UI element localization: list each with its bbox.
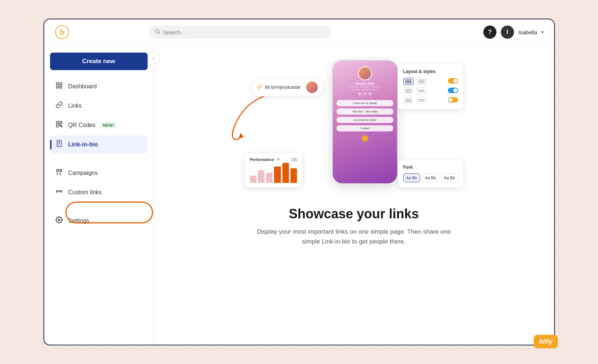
campaigns-icon (55, 168, 63, 177)
nav-divider-2 (50, 206, 148, 207)
search-icon (155, 28, 160, 36)
sidebar-item-label: Custom links (68, 189, 102, 196)
help-button[interactable]: ? (483, 26, 496, 39)
phone-bitly-logo (362, 135, 368, 142)
svg-rect-4 (56, 86, 58, 88)
bitly-corner-logo: bitly (534, 335, 557, 348)
layout-styles-panel: Layout & styles (398, 64, 464, 110)
font-panel-title: Font (403, 165, 458, 170)
user-name-label: Isabella (518, 29, 537, 35)
font-opt-2[interactable]: Aa Bb (422, 173, 439, 182)
performance-card: Performance 👁 22k (244, 153, 303, 188)
layout-opt-3a[interactable] (403, 97, 414, 104)
layout-opt-2a[interactable] (403, 87, 414, 95)
user-avatar: I (501, 26, 514, 39)
svg-rect-10 (60, 125, 61, 126)
bitly-logo[interactable]: b (54, 24, 70, 40)
sidebar-item-qr-codes[interactable]: QR Codes NEW! (50, 116, 148, 134)
sidebar-item-label: Link-in-bio (68, 141, 98, 148)
svg-rect-9 (61, 126, 62, 127)
svg-rect-6 (56, 122, 58, 124)
sidebar-item-dashboard[interactable]: Dashboard (50, 77, 148, 95)
bar-2 (258, 170, 264, 183)
layout-rows (403, 78, 458, 104)
settings-icon (55, 216, 63, 225)
sidebar-collapse-button[interactable]: ‹ (148, 52, 160, 64)
phone-avatar (358, 66, 372, 80)
perf-title: Performance (250, 157, 274, 162)
bar-5 (282, 163, 289, 183)
link-in-bio-icon (55, 140, 63, 149)
toggle-3[interactable] (448, 97, 458, 103)
layout-row-2 (403, 87, 458, 95)
url-pill[interactable]: bit.ly/m/jessicastar (252, 78, 323, 96)
svg-rect-2 (56, 83, 58, 85)
sidebar-item-label: QR Codes (68, 122, 96, 129)
phone-link-btn-shows[interactable]: Live shows & tickets (336, 117, 393, 123)
svg-rect-8 (56, 125, 58, 127)
layout-opt-1a[interactable] (403, 78, 414, 85)
bar-4 (274, 166, 281, 183)
toggle-1[interactable] (448, 78, 458, 84)
sidebar-item-link-in-bio[interactable]: Link-in-bio (50, 135, 148, 153)
main-layout: ‹ Create new Dashboard (44, 45, 554, 345)
showcase-description: Display your most important links on one… (252, 227, 456, 246)
layout-opt-1b[interactable] (416, 78, 427, 85)
header-right: ? I Isabella ▾ (483, 26, 544, 39)
phone-name: Jessica Star (336, 82, 393, 85)
content-area: bit.ly/m/jessicastar Jessica Star Influe… (154, 45, 554, 345)
bars-container (250, 165, 297, 183)
search-bar (149, 26, 331, 39)
instagram-icon: ⊕ (358, 92, 362, 96)
bar-6 (290, 168, 297, 183)
layout-panel-title: Layout & styles (403, 69, 458, 74)
search-input[interactable] (163, 29, 325, 35)
sidebar-item-custom-links[interactable]: Custom links (50, 183, 148, 201)
layout-opt-2b[interactable] (416, 87, 427, 95)
sidebar-item-label: Campaigns (68, 170, 98, 176)
links-icon (55, 101, 63, 110)
showcase-title: Showcase your links (252, 206, 456, 222)
nav-divider (50, 158, 148, 159)
perf-count: 22k (291, 158, 297, 162)
phone-link-btn-contact[interactable]: Contact (336, 125, 393, 131)
svg-rect-5 (60, 86, 62, 88)
sidebar-item-campaigns[interactable]: Campaigns (50, 164, 148, 182)
sidebar-item-label: Settings (68, 218, 89, 224)
illustration-area: bit.ly/m/jessicastar Jessica Star Influe… (244, 56, 464, 195)
font-opt-1[interactable]: Aa Bb (403, 173, 420, 182)
sidebar-item-label: Dashboard (68, 83, 97, 90)
svg-point-0 (155, 30, 159, 33)
phone-bio: Influencer · Musician · Check outmy musi… (336, 85, 393, 91)
phone-profile: Jessica Star Influencer · Musician · Che… (336, 66, 393, 96)
sidebar-item-label: Links (68, 103, 82, 109)
svg-marker-18 (239, 133, 244, 138)
bitly-logo-circle: b (55, 25, 69, 39)
phone-link-btn-video[interactable]: "My mind" - New video (336, 108, 393, 115)
svg-line-1 (159, 32, 160, 34)
bar-1 (250, 176, 256, 183)
header: b ? I Isabella ▾ (44, 19, 554, 45)
toggle-2[interactable] (448, 88, 458, 93)
font-options: Aa Bb Aa Bb Aa Bb (403, 173, 458, 182)
sidebar-item-settings[interactable]: Settings (50, 212, 148, 230)
svg-point-16 (60, 191, 62, 192)
perf-header: Performance 👁 22k (250, 157, 297, 162)
custom-links-icon (55, 188, 63, 197)
eye-icon: 👁 (277, 157, 281, 162)
tiktok-icon: ♪ (363, 92, 367, 96)
dashboard-icon (55, 82, 63, 91)
bar-3 (266, 173, 273, 183)
layout-row-1 (403, 78, 458, 85)
font-opt-3[interactable]: Aa Bb (441, 173, 458, 182)
create-new-button[interactable]: Create new (50, 53, 148, 70)
user-menu-chevron[interactable]: ▾ (541, 30, 544, 35)
svg-rect-7 (60, 122, 62, 124)
phone-link-btn-spotify[interactable]: Check out my Spotify (336, 100, 393, 106)
sidebar-item-links[interactable]: Links (50, 97, 148, 115)
url-pill-text: bit.ly/m/jessicastar (265, 85, 301, 90)
layout-opt-3b[interactable] (416, 97, 427, 104)
twitter-icon: ✦ (368, 92, 372, 96)
svg-point-17 (58, 219, 60, 221)
phone-socials: ⊕ ♪ ✦ (336, 92, 393, 96)
